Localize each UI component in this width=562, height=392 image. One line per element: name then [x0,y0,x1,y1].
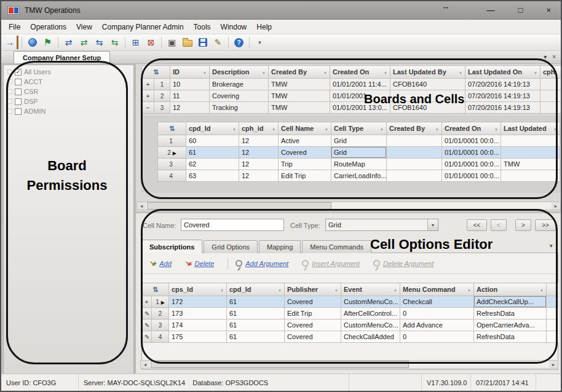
remove-grid-icon[interactable]: ⊠ [144,36,158,49]
cell-created-by[interactable] [387,159,442,170]
cell-last-updated[interactable] [501,170,560,182]
send-board-icon[interactable]: ⇄ [61,36,76,49]
cell-action[interactable]: RefreshData [474,331,547,343]
column-header-created-by[interactable]: Created By▼ [387,122,442,135]
save-icon[interactable] [196,36,210,49]
cell-event[interactable]: CustomMenuCo... [341,319,400,331]
scroll-track[interactable] [146,202,552,210]
column-header-created-on[interactable]: Created On▼ [330,66,390,79]
cell-publisher[interactable]: Covered [285,331,341,343]
cell-clipped[interactable] [547,308,559,319]
checkbox-dsp[interactable] [15,98,22,105]
add-link[interactable]: Add [159,260,172,267]
cell-menu-command[interactable]: 0 [400,308,474,319]
row-number[interactable]: 4 [158,170,186,182]
cell-cph-id[interactable]: 12 [239,170,279,182]
cell-created-on[interactable]: 01/01/0001 00:0... [442,170,501,182]
cell-cpd-id[interactable]: 60 [186,135,239,147]
dropdown-arrow-button[interactable]: ▼ [427,219,438,230]
filter-icon[interactable]: ▼ [272,128,275,131]
cell-menu-command[interactable]: Checkcall [400,296,474,308]
cells-row[interactable]: 4 63 12 Edit Trip CarrierLoadInfo... 01/… [158,170,560,182]
cell-last-updated-on[interactable]: 07/20/2016 14:19:13 [465,79,540,90]
column-header-description[interactable]: Description▼ [210,66,269,79]
cell-action[interactable]: RefreshData [474,308,547,319]
tree-expander-icon[interactable] [7,99,12,104]
exit-icon[interactable]: → [4,36,18,49]
column-header-cps-id[interactable]: cps_Id▼ [169,283,227,296]
tab-menu-commands[interactable]: Menu Commands [302,240,371,253]
cell-cpd-id[interactable]: 61 [227,331,285,343]
cell-last-updated-by[interactable]: CFOB1640 [390,79,465,90]
column-header-event[interactable]: Event▼ [341,283,400,296]
row-expander[interactable]: + [142,79,154,90]
filter-icon[interactable]: ▼ [220,289,224,292]
cell-cph[interactable] [540,79,561,90]
cell-id[interactable]: 11 [170,90,210,102]
grid-corner-button[interactable]: ⇅ [142,66,170,79]
row-number[interactable]: 1 [158,135,186,147]
column-header-cpd-id[interactable]: cpd_Id▼ [227,283,285,296]
cell-last-updated-by[interactable]: CFOB1640 [390,102,465,114]
cell-clipped[interactable] [547,331,559,343]
editor-tabs-caret-icon[interactable]: ▾ [550,243,553,249]
scroll-thumb[interactable] [147,202,331,210]
scroll-left-button[interactable]: ◄ [141,361,149,368]
globe-icon[interactable] [25,36,39,49]
cell-menu-command[interactable]: Add Advance [400,319,474,331]
row-number[interactable]: 1▶ [152,296,169,308]
column-header-last-updated-on[interactable]: Last Updated On▼ [465,66,540,79]
cell-action[interactable]: OpenCarrierAdva... [474,319,547,331]
filter-icon[interactable]: ▼ [203,71,207,75]
cell-created-on[interactable]: 01/01/0001 00:0... [442,147,501,159]
cell-id[interactable]: 12 [170,102,210,114]
cell-cps-id[interactable]: 174 [169,319,227,331]
cell-created-by[interactable]: TMW [269,90,330,102]
nav-first-button[interactable]: << [467,219,487,231]
cell-description[interactable]: Covering [210,90,269,102]
edit-notes-icon[interactable]: ✎ [211,36,225,49]
row-number[interactable]: 3 [154,102,170,114]
filter-icon[interactable]: ▼ [334,289,338,292]
grid-corner-button[interactable]: ⇅ [142,283,169,296]
minimize-button[interactable]: — [487,1,495,20]
cell-created-on[interactable]: 01/01/2001 13:0... [330,102,390,114]
scroll-left-button[interactable]: ◄ [137,202,146,210]
cells-row[interactable]: 3 62 12 Trip RouteMap 01/01/0001 00:0...… [158,159,560,170]
cell-action[interactable]: AddCheckCallUp... [474,296,547,308]
filter-icon[interactable]: ▼ [380,128,384,131]
tab-subscriptions[interactable]: Subscriptions [141,240,202,253]
cell-cpd-id[interactable]: 61 [227,308,285,319]
column-header-action[interactable]: Action▼ [474,283,547,296]
cells-row-selected[interactable]: 2▶ 61 12 Covered Grid 01/01/0001 00:0... [158,147,560,159]
tree-item-acct[interactable]: ACCT [4,77,133,87]
filter-icon[interactable]: ▼ [384,71,387,75]
filter-icon[interactable]: ▼ [553,128,557,131]
tree-expander-icon[interactable] [7,69,12,74]
cell-event[interactable]: AfterCellControl... [341,308,400,319]
filter-icon[interactable]: ▼ [325,128,328,131]
menu-company-planner-admin[interactable]: Company Planner Admin [97,21,189,33]
scroll-right-button[interactable]: ► [552,202,560,210]
filter-icon[interactable]: ▼ [540,289,544,292]
cell-created-by[interactable] [387,170,442,182]
cell-created-on[interactable]: 01/01/2001 [330,90,390,102]
cell-cph-id[interactable]: 12 [239,135,279,147]
filter-icon[interactable]: ▼ [534,71,537,75]
tab-list-caret-icon[interactable]: ▾ [544,53,547,60]
cell-created-by[interactable] [387,135,442,147]
scroll-track[interactable] [149,361,549,368]
cell-menu-command[interactable]: 0 [400,331,474,343]
tree-item-dsp[interactable]: DSP [4,96,133,106]
subscription-row[interactable]: ✎ 4 175 61 Covered CheckCallAdded 0 Refr… [142,331,559,343]
nav-previous-button[interactable]: < [491,219,507,231]
scroll-right-button[interactable]: ► [549,361,558,368]
checkbox-csr[interactable] [15,88,22,95]
cell-clipped[interactable] [547,296,559,308]
flag-icon[interactable]: ⚑ [41,36,55,49]
cell-last-updated-by[interactable] [390,90,465,102]
cell-type[interactable]: Grid [331,147,387,159]
cell-last-updated-on[interactable]: 07/20/2016 14:19:13 [465,90,540,102]
row-number[interactable]: 3 [158,159,186,170]
nav-next-button[interactable]: > [515,219,531,231]
